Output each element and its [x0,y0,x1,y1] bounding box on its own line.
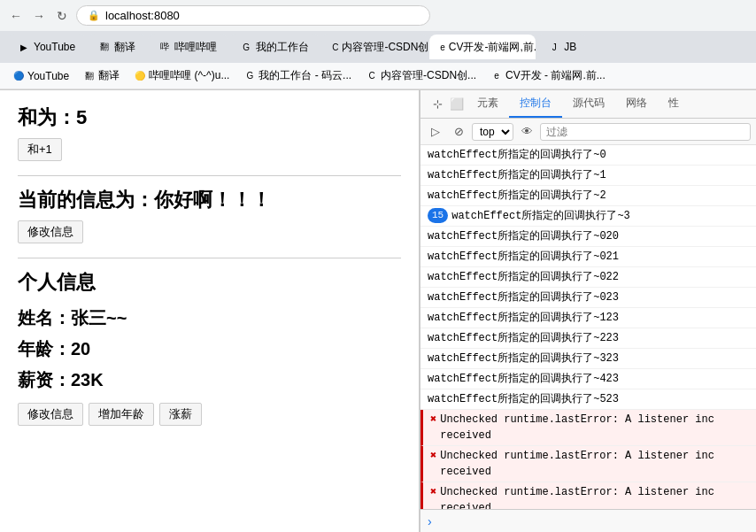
back-button[interactable]: ← [7,7,25,25]
console-text: watchEffect所指定的回调执行了~2 [428,188,606,204]
browser-tab-tab1[interactable]: ▶YouTube [7,35,86,59]
bookmark-item[interactable]: 🟡哔哩哔哩 (^-^)u... [128,66,235,85]
console-text: watchEffect所指定的回调执行了~022 [428,269,619,285]
age-field: 年龄：20 [18,337,401,361]
tab-label: 我的工作台 [256,40,309,55]
console-row: watchEffect所指定的回调执行了~223 [420,328,756,349]
bookmarks-bar: 🔵YouTube翻翻译🟡哔哩哔哩 (^-^)u...G我的工作台 - 码云...… [0,63,756,89]
console-row: watchEffect所指定的回调执行了~0 [420,145,756,166]
bookmark-label: YouTube [27,70,69,82]
msg-section: 当前的信息为：你好啊！！！ 修改信息 [18,187,401,243]
console-row-badge: 15watchEffect所指定的回调执行了~3 [420,206,756,227]
console-row: watchEffect所指定的回调执行了~020 [420,227,756,247]
bookmark-item[interactable]: G我的工作台 - 码云... [238,66,357,85]
devtools-cursor-icon[interactable]: ⊹ [428,95,447,114]
tab-label: YouTube [34,41,75,53]
devtools-tab-控制台[interactable]: 控制台 [509,90,562,118]
add-age-btn[interactable]: 增加年龄 [89,403,154,426]
name-field: 姓名：张三~~ [18,306,401,330]
bookmark-item[interactable]: eCV开发 - 前端网.前... [485,66,611,85]
person-actions: 修改信息 增加年龄 涨薪 [18,403,401,426]
person-section: 个人信息 姓名：张三~~ 年龄：20 薪资：23K 修改信息 增加年龄 涨薪 [18,269,401,426]
divider2 [18,258,401,258]
tab-favicon: ▶ [18,41,30,53]
modify-msg-btn[interactable]: 修改信息 [18,220,83,243]
devtools-device-icon[interactable]: ⬜ [447,95,467,114]
console-row-error: ✖Unchecked runtime.lastError: A listener… [420,482,756,509]
console-text: watchEffect所指定的回调执行了~1 [428,167,606,183]
person-title: 个人信息 [18,269,401,296]
tab-favicon: J [548,41,560,53]
tab-label: CV开发-前端网,前... [449,40,536,55]
tab-favicon: 翻 [98,41,111,53]
console-row: watchEffect所指定的回调执行了~022 [420,267,756,288]
browser-tabs: ▶YouTube翻翻译哔哔哩哔哩G我的工作台C内容管理-CSDN创...eCV开… [0,31,756,63]
address-text: localhost:8080 [105,9,180,22]
error-icon: ✖ [430,448,436,464]
lock-icon: 🔒 [88,10,100,21]
browser-tab-tab6[interactable]: eCV开发-前端网,前... [429,35,536,59]
browser-tab-tab3[interactable]: 哔哔哩哔哩 [148,35,228,59]
devtools-tabs: ⊹ ⬜ 元素控制台源代码网络性 [420,90,756,119]
address-bar[interactable]: 🔒 localhost:8080 [76,5,430,26]
bookmark-favicon: 🟡 [134,70,146,82]
console-text: watchEffect所指定的回调执行了~323 [428,351,619,366]
tab-favicon: C [332,41,338,53]
bookmark-item[interactable]: C内容管理-CSDN创... [360,66,482,85]
console-row: watchEffect所指定的回调执行了~423 [420,369,756,389]
console-text: watchEffect所指定的回调执行了~0 [428,147,606,163]
devtools-tab-源代码[interactable]: 源代码 [562,90,615,118]
top-select[interactable]: top [472,123,513,141]
console-text: watchEffect所指定的回调执行了~123 [428,310,619,326]
browser-tab-tab7[interactable]: JJB [537,35,587,59]
devtools-tab-网络[interactable]: 网络 [615,90,658,118]
devtools-eye-icon[interactable]: 👁 [517,122,536,142]
devtools-panel: ⊹ ⬜ 元素控制台源代码网络性 ▷ ⊘ top 👁 watchEffect所指定… [420,90,756,532]
devtools-tab-元素[interactable]: 元素 [467,90,509,118]
msg-label: 当前的信息为：你好啊！！！ [18,187,401,213]
console-row: watchEffect所指定的回调执行了~021 [420,247,756,267]
modify-info-btn[interactable]: 修改信息 [18,403,83,426]
error-icon: ✖ [430,412,436,428]
browser-nav: ← → ↻ 🔒 localhost:8080 [0,0,756,31]
add-btn[interactable]: 和+1 [18,138,62,161]
tab-favicon: 哔 [158,41,171,53]
console-prompt: › [428,514,432,528]
browser-tab-tab2[interactable]: 翻翻译 [88,35,146,59]
bookmark-favicon: e [490,70,503,82]
filter-input[interactable] [540,123,751,141]
sum-section: 和为：5 和+1 [18,104,401,161]
bookmark-label: 我的工作台 - 码云... [258,68,351,83]
devtools-bottom: › [420,509,756,532]
page-content: 和为：5 和+1 当前的信息为：你好啊！！！ 修改信息 个人信息 姓名：张三~~… [0,90,420,532]
console-badge: 15 [428,208,448,223]
salary-btn[interactable]: 涨薪 [159,403,202,426]
sum-title: 和为：5 [18,104,401,131]
browser-tab-tab4[interactable]: G我的工作台 [229,35,320,59]
devtools-block-icon[interactable]: ⊘ [449,122,468,142]
devtools-play-icon[interactable]: ▷ [426,122,445,142]
console-text: watchEffect所指定的回调执行了~021 [428,249,619,265]
console-text: watchEffect所指定的回调执行了~020 [428,228,619,244]
bookmark-item[interactable]: 🔵YouTube [7,68,74,84]
bookmark-label: 内容管理-CSDN创... [381,68,476,83]
console-text: watchEffect所指定的回调执行了~223 [428,330,619,346]
bookmark-label: 哔哩哔哩 (^-^)u... [149,68,229,83]
devtools-toolbar: ▷ ⊘ top 👁 [420,119,756,145]
bookmark-favicon: 翻 [83,70,96,82]
devtools-tab-性[interactable]: 性 [658,90,690,118]
console-text: watchEffect所指定的回调执行了~3 [451,208,630,224]
bookmark-label: CV开发 - 前端网.前... [505,68,606,83]
console-row-error: ✖Unchecked runtime.lastError: A listener… [420,446,756,482]
refresh-button[interactable]: ↻ [53,7,71,25]
bookmark-item[interactable]: 翻翻译 [78,66,125,85]
forward-button[interactable]: → [30,7,48,25]
devtools-console[interactable]: watchEffect所指定的回调执行了~0watchEffect所指定的回调执… [420,145,756,509]
divider1 [18,175,401,176]
browser-tab-tab5[interactable]: C内容管理-CSDN创... [321,35,428,59]
console-text: watchEffect所指定的回调执行了~023 [428,289,619,305]
tab-favicon: G [240,41,252,53]
console-row: watchEffect所指定的回调执行了~123 [420,308,756,328]
tab-label: 翻译 [114,40,135,55]
tab-favicon: e [440,41,445,53]
